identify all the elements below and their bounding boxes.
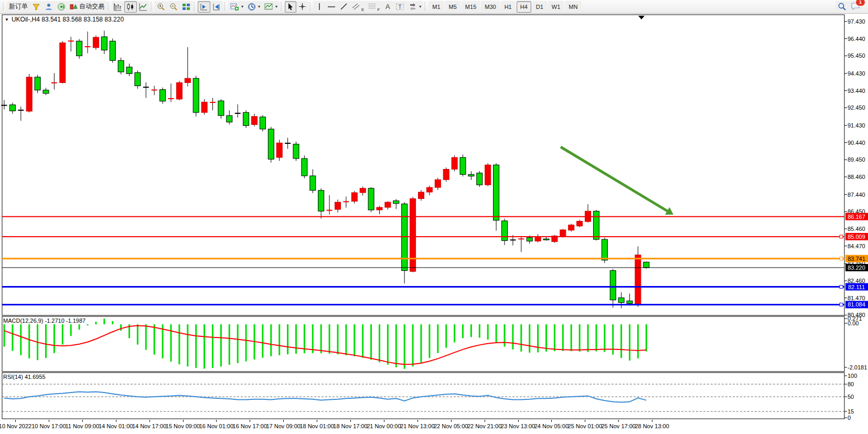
price-line-label: 86.167: [848, 214, 865, 220]
chart-shift-icon[interactable]: [210, 1, 223, 13]
autoscroll-icon[interactable]: [198, 1, 210, 13]
time-label: 28 Nov 13:00: [635, 423, 669, 429]
periods-icon[interactable]: ▾: [245, 1, 262, 13]
candle-body: [494, 165, 499, 220]
candle-body: [252, 117, 258, 125]
price-tick-label: 88.460: [848, 174, 865, 180]
profile-icon[interactable]: [42, 1, 55, 13]
chart-canvas[interactable]: 97.43096.44095.45094.43093.44092.45091.4…: [0, 14, 868, 434]
toolbar-grip: [3, 2, 5, 12]
time-tick: [82, 420, 83, 422]
price-tick-label: 93.440: [848, 88, 865, 94]
chart-window: 97.43096.44095.45094.43093.44092.45091.4…: [0, 14, 868, 434]
rsi-tick-label: 50: [848, 394, 854, 400]
time-label: 18 Nov 01:00: [299, 423, 334, 429]
line-handle[interactable]: [840, 303, 843, 306]
candle-body: [126, 67, 132, 74]
text-label-tool[interactable]: T: [393, 1, 406, 13]
candle-body: [43, 90, 49, 93]
market-icon[interactable]: [30, 1, 42, 13]
chevron-down-icon: ▾: [258, 4, 260, 9]
time-label: 23 Nov 13:00: [501, 423, 535, 429]
timeframe-H1[interactable]: H1: [501, 1, 516, 13]
candle-body: [60, 43, 66, 83]
horizontal-line-tool[interactable]: [325, 1, 338, 13]
time-tick: [317, 420, 317, 422]
text-tool[interactable]: A: [382, 1, 393, 13]
candle-body: [527, 238, 532, 241]
text-tool-letter: A: [385, 3, 390, 10]
candle-body: [160, 90, 166, 101]
toolbar-grip: [224, 2, 226, 12]
time-tick: [49, 420, 49, 422]
zoom-in-icon[interactable]: [155, 1, 167, 13]
vertical-line-tool[interactable]: [314, 1, 325, 13]
timeframe-H4[interactable]: H4: [517, 1, 531, 13]
templates-icon[interactable]: ▾: [262, 1, 280, 13]
indicators-icon[interactable]: ▾: [228, 1, 245, 13]
equidistant-channel-tool[interactable]: E: [350, 1, 366, 13]
candle-body: [543, 239, 549, 240]
candle-body: [435, 179, 441, 187]
autotrade-icon: [70, 3, 78, 10]
trendline-tool[interactable]: [338, 1, 350, 13]
price-line-label: 81.084: [848, 301, 865, 308]
line-handle[interactable]: [840, 257, 843, 260]
symbol-dropdown-icon[interactable]: ▼: [5, 17, 9, 22]
zoom-out-icon[interactable]: [167, 1, 180, 13]
fibonacci-tool[interactable]: F: [366, 1, 382, 13]
candle-body: [302, 158, 307, 176]
candle-body: [218, 101, 224, 115]
candle-body: [101, 37, 107, 50]
line-handle[interactable]: [840, 285, 843, 289]
channel-letter: E: [361, 7, 364, 12]
autotrade-label: 自动交易: [79, 2, 104, 11]
tile-windows-icon[interactable]: [180, 1, 192, 13]
toolbar-grip: [108, 2, 110, 12]
time-axis[interactable]: 10 Nov 202210 Nov 17:0011 Nov 09:0014 No…: [0, 420, 868, 434]
time-label: 15 Nov 09:00: [166, 423, 200, 429]
timeframe-M5[interactable]: M5: [445, 1, 460, 13]
time-tick: [183, 420, 184, 422]
line-handle[interactable]: [840, 235, 843, 238]
autotrade-button[interactable]: 自动交易: [68, 1, 106, 13]
bar-chart-icon[interactable]: [112, 1, 124, 13]
search-icon[interactable]: [835, 1, 849, 13]
line-chart-icon[interactable]: [137, 1, 149, 13]
candle-body: [452, 157, 457, 169]
timeframe-D1[interactable]: D1: [532, 1, 547, 13]
toolbar-grip: [194, 2, 196, 12]
candle-body: [9, 105, 15, 111]
time-label: 22 Nov 21:00: [467, 423, 501, 429]
timeframe-W1[interactable]: W1: [548, 1, 564, 13]
candle-body: [110, 41, 115, 60]
candle-body: [77, 41, 82, 56]
fibo-letter: F: [377, 7, 380, 12]
notification-badge[interactable]: 1: [855, 0, 865, 6]
profile-icon-glyph: [45, 3, 53, 11]
price-tick-label: 97.430: [848, 18, 865, 25]
signals-icon[interactable]: [55, 1, 68, 13]
candle-body: [318, 190, 324, 211]
main-panel: [2, 15, 844, 315]
candle-body: [443, 169, 449, 179]
price-tick-label: 87.440: [848, 192, 865, 198]
new-order-button[interactable]: 新订单: [7, 1, 30, 13]
price-tick-label: 94.430: [848, 70, 865, 77]
toolbar: 新订单 自动交易 ▾ ▾: [0, 0, 868, 14]
candlestick-chart-icon[interactable]: [124, 1, 137, 13]
candle-body: [593, 211, 599, 239]
time-label: 10 Nov 17:00: [31, 423, 66, 429]
rsi-tick-label: 15: [848, 408, 854, 415]
cursor-tool[interactable]: [285, 1, 296, 13]
crosshair-tool[interactable]: [296, 1, 308, 13]
macd-label: MACD(12,26,9) -1.2710 -1.1987: [3, 317, 85, 324]
timeframe-M30[interactable]: M30: [481, 1, 499, 13]
time-label: 14 Nov 17:00: [132, 423, 166, 429]
candle-body: [260, 117, 265, 129]
shapes-tool[interactable]: ▾: [406, 1, 423, 13]
timeframe-M15[interactable]: M15: [462, 1, 480, 13]
timeframe-MN[interactable]: MN: [565, 1, 581, 13]
price-tick-label: 91.430: [848, 122, 865, 129]
timeframe-M1[interactable]: M1: [428, 1, 444, 13]
